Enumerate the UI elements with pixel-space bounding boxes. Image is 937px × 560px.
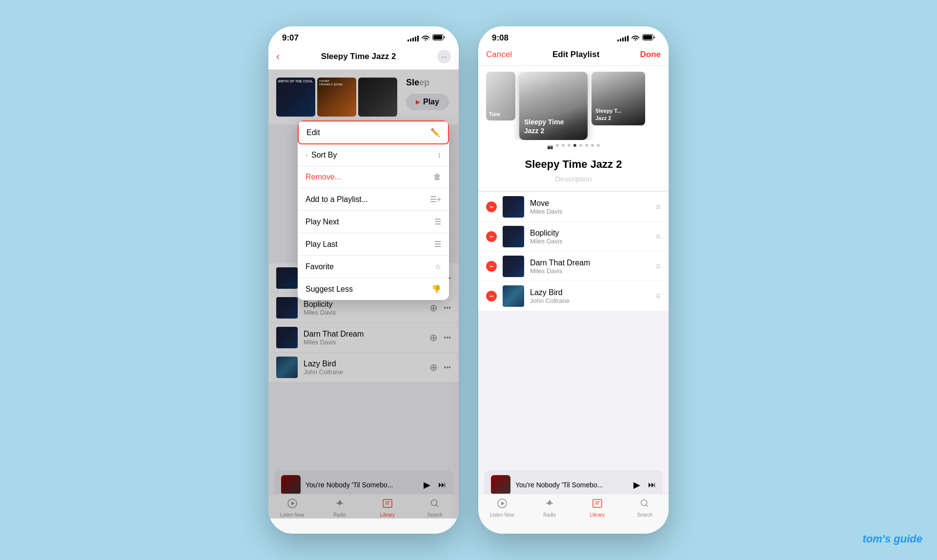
context-menu-1: Edit ✏️ › Sort By ↕ Remove... 🗑 Add to a… xyxy=(298,120,449,300)
status-bar-2: 9:08 xyxy=(478,26,669,46)
tab-listen-now-2[interactable]: Listen Now xyxy=(478,498,526,518)
tab-label-search-2: Search xyxy=(637,512,652,518)
menu-play-next-label: Play Next xyxy=(306,218,339,226)
back-button-1[interactable]: ‹ xyxy=(276,50,280,63)
menu-item-remove[interactable]: Remove... 🗑 xyxy=(298,166,449,188)
status-bar-1: 9:07 xyxy=(268,26,459,46)
battery-icon-2 xyxy=(642,34,655,42)
menu-remove-label: Remove... xyxy=(306,173,341,181)
description-placeholder[interactable]: Description xyxy=(486,175,661,183)
play-next-icon: ☰ xyxy=(434,217,441,226)
library-icon-2 xyxy=(592,498,603,511)
carousel-item-right: Sleepy T...Jazz 2 xyxy=(591,72,645,125)
delete-darn-btn[interactable]: − xyxy=(486,261,497,272)
dot-3 xyxy=(568,144,570,147)
dot-1 xyxy=(556,144,559,147)
dot-6 xyxy=(585,144,588,147)
song-thumb-e-lazy xyxy=(503,285,524,307)
menu-edit-label: Edit xyxy=(306,128,320,137)
edit-icon: ✏️ xyxy=(430,128,440,137)
menu-sort-label: Sort By xyxy=(311,151,337,160)
signal-icon-2 xyxy=(617,35,629,41)
song-artist-e-darn: Miles Davis xyxy=(530,267,650,275)
delete-boplicity-btn[interactable]: − xyxy=(486,231,497,242)
screen-content-1: BIRTH OF THE COOL COUNTFRANKLY BASIE Sle… xyxy=(268,70,459,519)
sort-icon: ↕ xyxy=(437,151,441,160)
nav-title-2: Edit Playlist xyxy=(552,50,599,60)
song-edit-boplicity: − Boplicity Miles Davis ≡ xyxy=(478,222,669,252)
search-icon-2 xyxy=(639,498,650,511)
song-artist-e-boplicity: Miles Davis xyxy=(530,238,650,245)
wifi-icon-2 xyxy=(631,34,639,42)
menu-item-edit[interactable]: Edit ✏️ xyxy=(298,120,449,144)
song-title-e-darn: Darn That Dream xyxy=(530,259,650,267)
nav-header-2: Cancel Edit Playlist Done xyxy=(478,46,669,66)
more-icon-1: ··· xyxy=(441,53,447,60)
tab-search-2[interactable]: Search xyxy=(621,498,669,518)
radio-icon-2 xyxy=(544,498,555,511)
chevron-icon: › xyxy=(306,152,307,159)
edit-playlist-title[interactable]: Sleepy Time Jazz 2 xyxy=(486,158,661,171)
drag-handle-darn[interactable]: ≡ xyxy=(655,261,661,272)
svg-rect-12 xyxy=(593,500,602,507)
edit-form-area: Sleepy Time Jazz 2 Description xyxy=(478,153,669,191)
song-artist-e-move: Miles Davis xyxy=(530,208,650,215)
dot-2 xyxy=(562,144,565,147)
dot-7 xyxy=(591,144,594,147)
menu-item-play-last[interactable]: Play Last ☰ xyxy=(298,233,449,256)
nav-title-1: Sleepy Time Jazz 2 xyxy=(321,52,396,61)
song-list-edit: − Move Miles Davis ≡ − Boplicity Miles D… xyxy=(478,192,669,311)
nav-header-1: ‹ Sleepy Time Jazz 2 ··· xyxy=(268,46,459,70)
menu-item-suggest-less[interactable]: Suggest Less 👎 xyxy=(298,278,449,300)
delete-lazy-btn[interactable]: − xyxy=(486,291,497,301)
menu-suggest-less-label: Suggest Less xyxy=(306,285,353,294)
song-edit-lazy: − Lazy Bird John Coltrane ≡ xyxy=(478,281,669,311)
done-button-2[interactable]: Done xyxy=(640,50,661,60)
song-artist-e-lazy: John Coltrane xyxy=(530,297,650,304)
now-playing-thumb-2 xyxy=(491,475,510,495)
menu-item-sort[interactable]: › Sort By ↕ xyxy=(298,144,449,166)
dot-4-active xyxy=(573,144,576,147)
menu-item-favorite[interactable]: Favorite ☆ xyxy=(298,256,449,278)
drag-handle-move[interactable]: ≡ xyxy=(655,202,661,212)
tab-label-radio-2: Radio xyxy=(543,512,556,518)
battery-icon-1 xyxy=(432,34,445,42)
carousel-item-main: Sleepy TimeJazz 2 xyxy=(519,72,588,140)
status-icons-2 xyxy=(617,34,655,42)
wifi-icon-1 xyxy=(422,34,429,42)
song-edit-move: − Move Miles Davis ≡ xyxy=(478,192,669,222)
listen-now-icon-2 xyxy=(497,498,508,511)
song-title-e-boplicity: Boplicity xyxy=(530,229,650,238)
np-play-button-2[interactable]: ▶ xyxy=(633,480,640,490)
play-last-icon: ☰ xyxy=(434,240,441,249)
tab-bar-2: Listen Now Radio Library Search xyxy=(478,494,669,534)
menu-item-add-playlist[interactable]: Add to a Playlist... ☰+ xyxy=(298,188,449,211)
tab-label-library-2: Library xyxy=(590,512,605,518)
screen-content-2: Time Sleepy TimeJazz 2 Sleepy T...Jazz 2… xyxy=(478,66,669,515)
image-carousel: Time Sleepy TimeJazz 2 Sleepy T...Jazz 2… xyxy=(478,66,669,153)
song-thumb-e-move xyxy=(503,196,524,218)
tab-radio-2[interactable]: Radio xyxy=(526,498,574,518)
add-playlist-icon: ☰+ xyxy=(430,195,441,204)
svg-rect-8 xyxy=(643,35,652,40)
svg-rect-1 xyxy=(433,35,442,40)
drag-handle-boplicity[interactable]: ≡ xyxy=(655,232,661,242)
menu-favorite-label: Favorite xyxy=(306,262,334,271)
carousel-dots: 📷 xyxy=(547,144,600,149)
dislike-icon: 👎 xyxy=(431,284,441,294)
star-icon: ☆ xyxy=(434,262,441,271)
status-time-1: 9:07 xyxy=(282,33,299,43)
phone-1: 9:07 ‹ Sleepy Time Jazz 2 ··· xyxy=(268,26,459,534)
phone-2: 9:08 Cancel Edit Playlist Done xyxy=(478,26,669,534)
tab-label-listen-2: Listen Now xyxy=(490,512,514,518)
cancel-button-2[interactable]: Cancel xyxy=(486,50,512,60)
np-ff-button-2[interactable]: ⏭ xyxy=(648,480,656,489)
drag-handle-lazy[interactable]: ≡ xyxy=(655,291,661,301)
tab-library-2[interactable]: Library xyxy=(573,498,621,518)
menu-item-play-next[interactable]: Play Next ☰ xyxy=(298,211,449,233)
delete-move-btn[interactable]: − xyxy=(486,201,497,212)
svg-marker-10 xyxy=(501,501,505,505)
camera-dot: 📷 xyxy=(547,144,553,149)
song-thumb-e-boplicity xyxy=(503,226,524,247)
more-button-1[interactable]: ··· xyxy=(437,50,451,63)
